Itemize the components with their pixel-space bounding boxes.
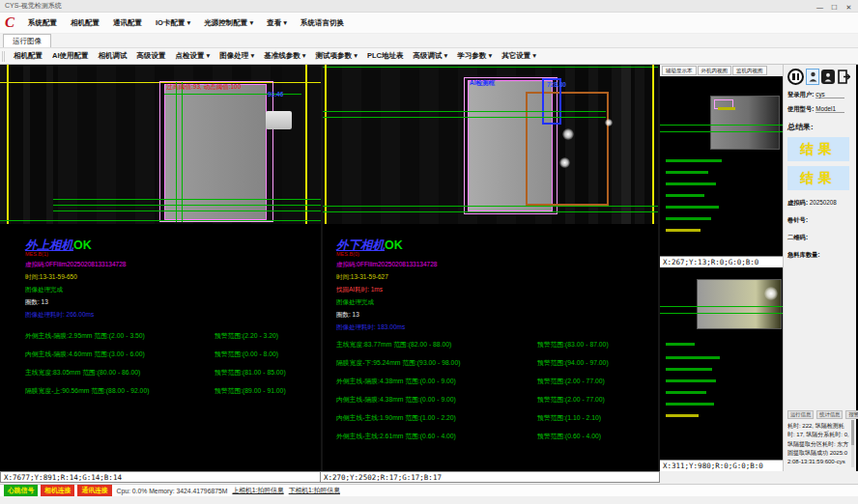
window-titlebar: CYS-视觉检测系统 <box>0 0 858 13</box>
toolbar-item[interactable]: 相机调试 <box>94 51 132 61</box>
measure-row: 外侧主线-主线:2.61mm 范围:(0.60 - 4.00)预警范围:(0.6… <box>336 432 658 441</box>
aux-tab-bar: 辅助显示本外机内视图监机内视图 <box>660 65 783 76</box>
status-ok: OK <box>73 238 92 252</box>
log-scrollbar[interactable] <box>851 420 854 467</box>
menu-item[interactable]: 相机配置 <box>64 18 106 28</box>
login-user-value[interactable]: cys <box>815 91 844 98</box>
annotation-lines <box>718 107 735 110</box>
exit-button[interactable] <box>837 69 851 85</box>
sidebar-buttons <box>787 69 853 85</box>
measure-text: 主线宽度:83.05mm 范围:(80.00 - 86.00) <box>25 368 214 378</box>
toolbar-item[interactable]: 其它设置 ▾ <box>497 51 541 61</box>
warn-range-text: 预警范围:(94.00 - 97.00) <box>537 358 609 368</box>
toolbar: 相机配置AI使用配置相机调试高级设置点检设置 ▾图像处理 ▾基准线参数 ▾测试项… <box>0 48 858 65</box>
overlay-line <box>660 131 783 132</box>
toolbar-item[interactable]: 高级设置 <box>132 51 171 61</box>
part-connector <box>266 111 292 129</box>
measure-row: 内侧主线-隔膜:4.38mm 范围:(0.00 - 9.00)预警范围:(2.0… <box>336 395 658 405</box>
elapsed-text: 图像处理耗时: 266.00ms <box>25 311 321 320</box>
measure-text: 内侧主线-隔膜:4.38mm 范围:(0.00 - 9.00) <box>336 395 537 405</box>
measure-text: 主线宽度:83.77mm 范围:(82.00 - 88.00) <box>336 340 537 350</box>
exit-door-icon <box>838 70 850 84</box>
cpu-memory-text: Cpu: 0.0% Memory: 3424.41796875M <box>117 488 228 494</box>
menu-bar-items: 系统配置相机配置通讯配置IO卡配置 ▾光源控制配置 ▾查看 ▾系统语言切换 <box>21 18 351 28</box>
toolbar-item[interactable]: 基准线参数 ▾ <box>259 51 310 61</box>
total-result-label: 总结果: <box>787 122 853 132</box>
warn-range-text: 预警范围:(2.00 - 77.00) <box>537 395 605 405</box>
toolbar-item[interactable]: 高级调试 ▾ <box>408 51 452 61</box>
toolbar-item[interactable]: 图像处理 ▾ <box>214 51 259 61</box>
menu-item[interactable]: 通讯配置 <box>106 18 149 28</box>
center-camera-image[interactable]: AI检测框 728.80 <box>323 65 658 224</box>
aux-tab[interactable]: 监机内视图 <box>732 66 767 75</box>
toolbar-item[interactable]: PLC地址表 <box>362 51 409 61</box>
menu-item[interactable]: 光源控制配置 ▾ <box>197 18 260 28</box>
overlay-line <box>323 206 658 207</box>
toolbar-item[interactable]: 学习参数 ▾ <box>452 51 497 61</box>
process-done-text: 图像处理完成 <box>25 286 321 294</box>
status-ok: OK <box>385 238 403 252</box>
field-label: 卷针号: <box>787 216 808 223</box>
menu-bar: C 系统配置相机配置通讯配置IO卡配置 ▾光源控制配置 ▾查看 ▾系统语言切换 … <box>0 13 858 34</box>
run-log-text: 耗时: 222, 纵隔检测耗时: 17, 纵隔分系耗时: 0, 纵隔提取分区耗时… <box>787 422 849 467</box>
maximize-button[interactable]: ☐ <box>827 2 842 13</box>
left-camera-image[interactable]: 过高阈值:93, 动态阈值:100 93.46 <box>0 65 321 224</box>
glare-spot <box>605 119 613 126</box>
measure-row: 内侧主线-隔膜:4.60mm 范围:(3.00 - 6.00)预警范围:(0.0… <box>25 350 321 359</box>
overlay-line <box>0 220 321 221</box>
coordinate-strips: X:7677;Y:891;R:14;G:14;B:14 X:270;Y:2502… <box>0 471 660 483</box>
toolbar-grip[interactable] <box>2 51 5 62</box>
aux-view-bottom[interactable] <box>660 267 783 460</box>
pause-button[interactable] <box>787 69 804 85</box>
status-badges: 心跳信号相机连接通讯连接 <box>4 485 112 496</box>
measure-row: 主线宽度:83.05mm 范围:(80.00 - 86.00)预警范围:(81.… <box>25 368 321 378</box>
minimize-button[interactable]: — <box>813 2 827 13</box>
view-tab-row: 运行图像 <box>0 34 858 48</box>
sidebar-field: 卷针号: <box>787 216 853 225</box>
center-measure-rows: 主线宽度:83.77mm 范围:(82.00 - 88.00)预警范围:(83.… <box>336 340 658 441</box>
overlay-line <box>323 117 606 118</box>
aux-tab[interactable]: 辅助显示本 <box>662 66 697 75</box>
menu-item[interactable]: IO卡配置 ▾ <box>149 18 197 28</box>
measure-text: 内侧主线-隔膜:4.60mm 范围:(3.00 - 6.00) <box>25 350 214 359</box>
bottom-camera-status[interactable]: 下相机1:拍照信息 <box>289 486 340 495</box>
toolbar-item[interactable]: 相机配置 <box>9 51 47 61</box>
center-info-area: 外下相机OK MES.B(0) 虚拟码:0FFIiim2025020813313… <box>323 224 658 471</box>
menu-item[interactable]: 系统语言切换 <box>294 18 351 28</box>
aux-view-column: 辅助显示本外机内视图监机内视图 X:267;Y:13;R:0;G:0;B:0 <box>658 65 783 471</box>
field-value: 20250208 <box>810 199 837 206</box>
sidebar-field: 二维码: <box>787 234 853 242</box>
center-camera-panel: AI检测框 728.80 外下相机OK MES.B(0) 虚拟码:0FFIiim… <box>321 65 658 471</box>
model-label: 使用型号: <box>787 105 814 114</box>
left-coords: X:7677;Y:891;R:14;G:14;B:14 <box>0 471 321 483</box>
overlay-line <box>323 111 606 112</box>
left-measure-rows: 外侧主线-隔膜:2.95mm 范围:(2.00 - 3.50)预警范围:(2.2… <box>25 331 321 396</box>
menu-item[interactable]: 查看 ▾ <box>260 18 294 28</box>
top-camera-status[interactable]: 上相机1:拍照信息 <box>232 486 283 495</box>
elapsed-text: 图像处理耗时: 183.00ms <box>336 323 658 332</box>
info-tab[interactable]: 统计信息 <box>816 410 843 419</box>
toolbar-item[interactable]: 测试项参数 ▾ <box>311 51 362 61</box>
status-badge: 相机连接 <box>41 485 74 496</box>
overlay-line <box>176 82 177 222</box>
toolbar-item[interactable]: AI使用配置 <box>47 51 94 61</box>
operator-button[interactable] <box>821 70 835 84</box>
info-tab[interactable]: 运行信息 <box>787 410 814 419</box>
ai-box-annotation: AI检测框 <box>470 79 495 88</box>
glare-spot <box>764 287 778 300</box>
warn-range-text: 预警范围:(1.10 - 2.10) <box>537 413 601 423</box>
menu-item[interactable]: 系统配置 <box>21 18 64 28</box>
window-title: CYS-视觉检测系统 <box>5 1 62 11</box>
window-controls: — ☐ ✕ <box>813 2 856 13</box>
model-value[interactable]: Model1 <box>815 105 844 113</box>
aux-tab[interactable]: 外机内视图 <box>698 66 732 75</box>
tab-run-image[interactable]: 运行图像 <box>3 34 51 47</box>
toolbar-item[interactable]: 点检设置 ▾ <box>171 51 215 61</box>
machine-texture <box>282 65 321 224</box>
user-login-button[interactable] <box>806 69 819 85</box>
aux-view-top[interactable] <box>660 76 783 256</box>
close-button[interactable]: ✕ <box>842 2 856 13</box>
ai-value-annotation: 728.80 <box>547 81 566 88</box>
info-tab[interactable]: 报警信息 <box>845 410 858 419</box>
main-area: 过高阈值:93, 动态阈值:100 93.46 外上相机OK MES.B(1) … <box>0 65 858 471</box>
